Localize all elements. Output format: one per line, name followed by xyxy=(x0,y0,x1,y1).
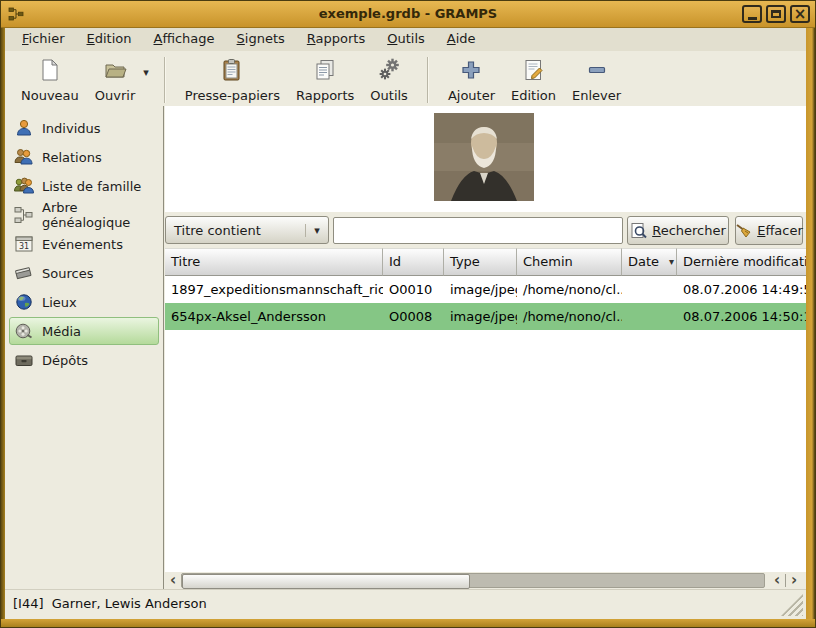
table-cell-derniere-modification: 08.07.2006 14:49:51 xyxy=(677,276,808,303)
search-input[interactable] xyxy=(333,217,623,244)
rechercher-button-label: Rechercher xyxy=(652,223,726,238)
toolbar-button-rapports[interactable]: Rapports xyxy=(288,54,362,106)
two-people-icon xyxy=(14,147,34,167)
column-header-date[interactable]: Date▾ xyxy=(622,248,677,276)
close-button[interactable]: × xyxy=(790,5,810,23)
toolbar-open-group: Ouvrir ▾ xyxy=(87,54,153,106)
column-header-derniere-modification[interactable]: Dernière modification xyxy=(677,248,808,276)
maximize-button[interactable] xyxy=(766,5,786,23)
toolbar-button-outils[interactable]: Outils xyxy=(362,54,416,106)
window-border-bottom xyxy=(1,619,815,627)
filter-field-combo[interactable]: Titre contient ▾ xyxy=(165,216,329,244)
menu-item-rapports[interactable]: Rapports xyxy=(296,29,376,49)
close-icon: × xyxy=(794,7,807,22)
statusbar: [I44] Garner, Lewis Anderson xyxy=(5,589,806,619)
sidebar-item-label: Individus xyxy=(42,121,101,136)
column-header-type[interactable]: Type xyxy=(444,248,517,276)
toolbar-button-label: Enlever xyxy=(572,88,621,103)
table-cell-derniere-modification: 08.07.2006 14:50:13 xyxy=(677,303,808,330)
window-controls: × xyxy=(742,5,810,23)
clipboard-icon xyxy=(220,57,244,86)
sidebar-item-evenements[interactable]: 31 Evénements xyxy=(9,230,159,258)
table-row[interactable]: 1897_expeditionsmannschaft_rio_a O0010 i… xyxy=(165,276,808,303)
sidebar-item-liste-de-famille[interactable]: Liste de famille xyxy=(9,172,159,200)
window-border-right xyxy=(806,27,815,627)
menu-item-aide[interactable]: Aide xyxy=(436,29,487,49)
window-border-left xyxy=(1,27,5,627)
category-sidebar: Individus Relations Liste de famille Arb… xyxy=(5,106,164,590)
sidebar-item-relations[interactable]: Relations xyxy=(9,143,159,171)
edit-page-icon xyxy=(522,57,546,86)
scrollbar-track[interactable] xyxy=(181,573,765,588)
table-cell-type: image/jpeg xyxy=(444,276,517,303)
sidebar-item-label: Evénements xyxy=(42,237,123,252)
column-header-id[interactable]: Id xyxy=(383,248,444,276)
table-cell-titre: 1897_expeditionsmannschaft_rio_a xyxy=(165,276,383,303)
table-cell-chemin: /home/nono/cl... xyxy=(517,303,622,330)
toolbar-button-edition[interactable]: Edition xyxy=(503,54,564,106)
sidebar-item-label: Liste de famille xyxy=(42,179,141,194)
toolbar-separator xyxy=(164,57,166,103)
toolbar-button-enlever[interactable]: Enlever xyxy=(564,54,629,106)
column-header-titre[interactable]: Titre xyxy=(165,248,383,276)
minimize-button[interactable] xyxy=(742,5,762,23)
effacer-button[interactable]: Effacer xyxy=(735,216,803,245)
sidebar-item-label: Relations xyxy=(42,150,102,165)
sidebar-item-depots[interactable]: Dépôts xyxy=(9,346,159,374)
table-row-selected[interactable]: 654px-Aksel_Andersson O0008 image/jpeg /… xyxy=(165,303,808,331)
sidebar-item-arbre-genealogique[interactable]: Arbre généalogique xyxy=(9,201,159,229)
toolbar-button-presse-papiers[interactable]: Presse-papiers xyxy=(177,54,288,106)
menu-item-signets[interactable]: Signets xyxy=(226,29,296,49)
menubar: Fichier Edition Affichage Signets Rappor… xyxy=(5,27,808,51)
toolbar-button-label: Presse-papiers xyxy=(185,88,280,103)
filter-bar: Titre contient ▾ Rechercher Effacer xyxy=(165,212,808,249)
toolbar-button-ouvrir[interactable]: Ouvrir xyxy=(87,54,143,106)
scrollbar-thumb[interactable] xyxy=(182,574,470,589)
toolbar-button-label: Outils xyxy=(370,88,408,103)
resize-grip-icon[interactable] xyxy=(781,594,803,616)
sidebar-item-label: Dépôts xyxy=(42,353,88,368)
pedigree-tree-icon xyxy=(14,205,34,225)
menu-item-fichier[interactable]: Fichier xyxy=(11,29,76,49)
minimize-icon xyxy=(748,17,757,20)
menu-item-edition[interactable]: Edition xyxy=(76,29,143,49)
open-folder-icon xyxy=(103,57,127,86)
filter-field-combo-value: Titre contient xyxy=(166,223,305,238)
toolbar: Nouveau Ouvrir ▾ Presse-papiers Rapports… xyxy=(5,51,808,106)
person-icon xyxy=(14,118,34,138)
titlebar[interactable]: exemple.grdb - GRAMPS × xyxy=(1,1,815,28)
sidebar-item-label: Média xyxy=(42,324,81,339)
effacer-button-label: Effacer xyxy=(757,223,803,238)
menu-item-outils[interactable]: Outils xyxy=(376,29,436,49)
open-dropdown-button[interactable]: ▾ xyxy=(143,66,149,79)
menu-item-affichage[interactable]: Affichage xyxy=(142,29,225,49)
calendar-icon: 31 xyxy=(14,234,34,254)
sidebar-item-label: Arbre généalogique xyxy=(42,200,158,230)
sort-arrow-icon: ▾ xyxy=(669,249,674,275)
toolbar-button-ajouter[interactable]: Ajouter xyxy=(440,54,503,106)
scroll-left-button[interactable]: ‹ xyxy=(165,572,181,589)
sidebar-item-label: Lieux xyxy=(42,295,77,310)
scrollbar-stepper-pair: ‹ › xyxy=(769,572,802,589)
column-header-chemin[interactable]: Chemin xyxy=(517,248,622,276)
sidebar-item-individus[interactable]: Individus xyxy=(9,114,159,142)
horizontal-scrollbar[interactable]: ‹ ‹ › xyxy=(165,572,808,590)
new-document-icon xyxy=(38,57,62,86)
window-title: exemple.grdb - GRAMPS xyxy=(1,1,815,27)
toolbar-button-nouveau[interactable]: Nouveau xyxy=(13,54,87,106)
scroll-back-button[interactable]: ‹ xyxy=(769,572,785,589)
rechercher-button[interactable]: Rechercher xyxy=(627,216,729,245)
table-cell-titre: 654px-Aksel_Andersson xyxy=(165,303,383,330)
sidebar-item-sources[interactable]: Sources xyxy=(9,259,159,287)
sidebar-item-lieux[interactable]: Lieux xyxy=(9,288,159,316)
sidebar-item-media[interactable]: Média xyxy=(9,317,159,345)
remove-minus-icon xyxy=(585,57,609,86)
scroll-forward-button[interactable]: › xyxy=(786,572,802,589)
media-view: Titre contient ▾ Rechercher Effacer Titr… xyxy=(165,106,808,590)
find-icon xyxy=(630,222,648,240)
toolbar-button-label: Nouveau xyxy=(21,88,79,103)
active-person-status: [I44] Garner, Lewis Anderson xyxy=(13,590,207,618)
table-cell-date xyxy=(622,303,677,330)
sidebar-item-label: Sources xyxy=(42,266,93,281)
add-plus-icon xyxy=(459,57,483,86)
